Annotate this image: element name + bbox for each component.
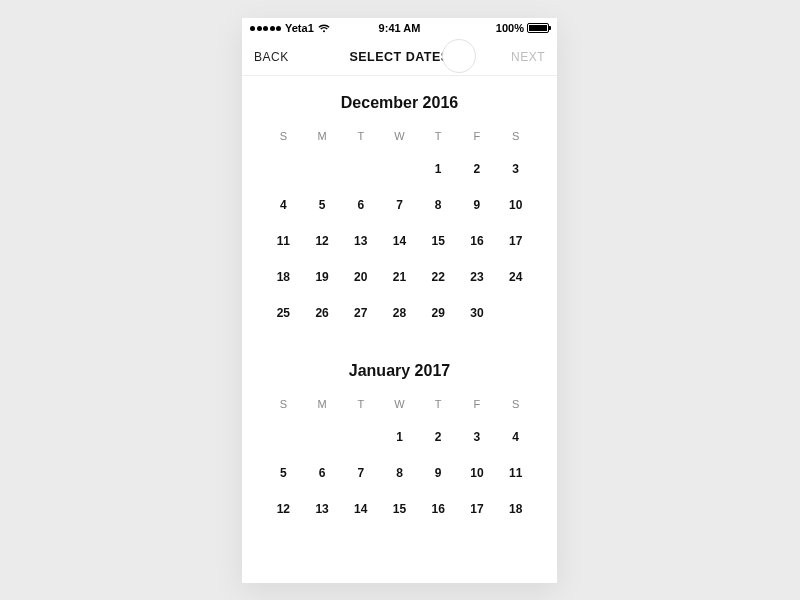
day-cell[interactable]: 24 [496, 268, 535, 304]
month-block: December 2016SMTWTFS12345678910111213141… [264, 94, 535, 340]
weekday-label: S [264, 398, 303, 428]
selector-knob[interactable] [442, 39, 476, 73]
day-cell[interactable]: 22 [419, 268, 458, 304]
phone-frame: Yeta1 9:41 AM 100% BACK SELECT DATES NEX… [242, 18, 557, 583]
day-cell[interactable]: 1 [419, 160, 458, 196]
day-cell[interactable]: 17 [496, 232, 535, 268]
day-cell[interactable]: 3 [496, 160, 535, 196]
battery-icon [527, 23, 549, 33]
day-cell[interactable]: 18 [496, 500, 535, 536]
day-cell[interactable]: 5 [303, 196, 342, 232]
weekday-label: T [341, 398, 380, 428]
day-empty [341, 428, 380, 464]
day-cell[interactable]: 6 [341, 196, 380, 232]
status-bar: Yeta1 9:41 AM 100% [242, 18, 557, 38]
day-cell[interactable]: 14 [380, 232, 419, 268]
day-cell[interactable]: 25 [264, 304, 303, 340]
day-cell[interactable]: 20 [341, 268, 380, 304]
day-cell[interactable]: 4 [496, 428, 535, 464]
day-cell[interactable]: 12 [264, 500, 303, 536]
weekday-label: S [264, 130, 303, 160]
calendar-grid: SMTWTFS123456789101112131415161718192021… [264, 130, 535, 340]
day-cell[interactable]: 3 [458, 428, 497, 464]
day-cell[interactable]: 23 [458, 268, 497, 304]
day-cell[interactable]: 10 [458, 464, 497, 500]
day-cell[interactable]: 10 [496, 196, 535, 232]
month-title: January 2017 [264, 362, 535, 380]
day-cell[interactable]: 28 [380, 304, 419, 340]
day-empty [380, 160, 419, 196]
day-cell[interactable]: 26 [303, 304, 342, 340]
day-cell[interactable]: 7 [380, 196, 419, 232]
weekday-label: F [458, 398, 497, 428]
day-cell[interactable]: 17 [458, 500, 497, 536]
calendar-grid: SMTWTFS123456789101112131415161718 [264, 398, 535, 536]
weekday-label: W [380, 398, 419, 428]
day-empty [264, 428, 303, 464]
weekday-label: S [496, 130, 535, 160]
day-cell[interactable]: 1 [380, 428, 419, 464]
month-title: December 2016 [264, 94, 535, 112]
weekday-label: W [380, 130, 419, 160]
day-cell[interactable]: 27 [341, 304, 380, 340]
day-cell[interactable]: 16 [458, 232, 497, 268]
day-cell[interactable]: 11 [264, 232, 303, 268]
day-cell[interactable]: 8 [419, 196, 458, 232]
day-cell[interactable]: 11 [496, 464, 535, 500]
nav-title: SELECT DATES [349, 50, 449, 64]
day-cell[interactable]: 30 [458, 304, 497, 340]
day-empty [341, 160, 380, 196]
day-cell[interactable]: 8 [380, 464, 419, 500]
day-cell[interactable]: 15 [380, 500, 419, 536]
day-empty [303, 160, 342, 196]
day-cell[interactable]: 19 [303, 268, 342, 304]
day-cell[interactable]: 7 [341, 464, 380, 500]
day-cell[interactable]: 13 [341, 232, 380, 268]
status-time: 9:41 AM [379, 22, 421, 34]
weekday-label: F [458, 130, 497, 160]
day-cell[interactable]: 12 [303, 232, 342, 268]
signal-dots-icon [250, 26, 281, 31]
day-cell[interactable]: 18 [264, 268, 303, 304]
nav-bar: BACK SELECT DATES NEXT [242, 38, 557, 76]
day-cell[interactable]: 16 [419, 500, 458, 536]
day-cell[interactable]: 21 [380, 268, 419, 304]
status-left: Yeta1 [250, 22, 330, 34]
day-cell[interactable]: 6 [303, 464, 342, 500]
weekday-label: T [419, 398, 458, 428]
day-cell[interactable]: 9 [419, 464, 458, 500]
next-button[interactable]: NEXT [511, 50, 545, 64]
day-cell[interactable]: 5 [264, 464, 303, 500]
day-cell[interactable]: 15 [419, 232, 458, 268]
weekday-label: T [341, 130, 380, 160]
calendar-scroll[interactable]: December 2016SMTWTFS12345678910111213141… [242, 76, 557, 583]
weekday-label: T [419, 130, 458, 160]
weekday-label: S [496, 398, 535, 428]
battery-percent: 100% [496, 22, 524, 34]
day-empty [303, 428, 342, 464]
month-block: January 2017SMTWTFS123456789101112131415… [264, 362, 535, 536]
status-right: 100% [496, 22, 549, 34]
wifi-icon [318, 23, 330, 33]
day-cell[interactable]: 29 [419, 304, 458, 340]
day-cell[interactable]: 9 [458, 196, 497, 232]
day-cell[interactable]: 4 [264, 196, 303, 232]
back-button[interactable]: BACK [254, 50, 289, 64]
day-cell[interactable]: 14 [341, 500, 380, 536]
day-empty [264, 160, 303, 196]
day-cell[interactable]: 2 [458, 160, 497, 196]
weekday-label: M [303, 398, 342, 428]
day-cell[interactable]: 13 [303, 500, 342, 536]
day-cell[interactable]: 2 [419, 428, 458, 464]
weekday-label: M [303, 130, 342, 160]
carrier-label: Yeta1 [285, 22, 314, 34]
